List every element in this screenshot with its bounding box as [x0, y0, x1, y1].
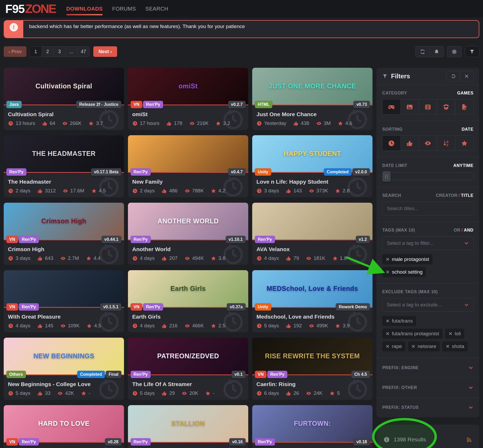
prefix-toggle[interactable]: PREFIX: OTHER	[382, 378, 473, 397]
tag-chip[interactable]: ✕rape	[382, 341, 405, 351]
game-card[interactable]: RISE REWRITE THE SYSTEM VNRen'Py Ch 4.5 …	[252, 338, 372, 400]
prefix-toggle[interactable]: PREFIX: ENGINE	[382, 358, 473, 378]
remove-tag-icon[interactable]: ✕	[386, 318, 389, 324]
game-card[interactable]: Ren'Py v0.4.7 New Family 2 days 486 788K…	[128, 135, 248, 197]
tags-mode-and[interactable]: AND	[464, 228, 473, 232]
game-card[interactable]: Crimson High VNRen'Py v0.44.1 Crimson Hi…	[4, 203, 124, 265]
game-card[interactable]: omiSt VNRen'Py v0.2.7 omiSt 17 hours 178…	[128, 68, 248, 130]
tags-mode-toggle[interactable]: OR/AND	[454, 228, 473, 233]
page-number[interactable]: 47	[77, 47, 89, 57]
category-option-film[interactable]	[419, 99, 437, 114]
tag-chip[interactable]: ✕futa/trans	[382, 316, 416, 326]
filter-button[interactable]	[465, 46, 479, 57]
tag-chip[interactable]: ✕futa/trans protagonist	[382, 329, 443, 339]
category-option-gamepad[interactable]	[383, 99, 401, 114]
page-number[interactable]: 3	[54, 47, 66, 57]
engine-badge[interactable]: Ren'Py	[131, 371, 151, 378]
engine-badge[interactable]: Ren'Py	[255, 438, 275, 446]
engine-badge[interactable]: VN	[6, 236, 18, 243]
game-card[interactable]: ANOTHER WORLD Ren'Py v1.10.1 Another Wor…	[128, 203, 248, 265]
search-mode-creator[interactable]: CREATOR	[436, 193, 458, 198]
f95zone-logo[interactable]: F95 ZONE	[5, 2, 56, 16]
remove-tag-icon[interactable]: ✕	[411, 344, 415, 349]
engine-badge[interactable]: VN	[6, 438, 18, 446]
remove-tag-icon[interactable]: ✕	[446, 344, 449, 349]
engine-badge[interactable]: Ren'Py	[131, 168, 151, 176]
engine-badge[interactable]: VN	[6, 303, 18, 311]
page-number[interactable]: 1	[30, 47, 42, 57]
search-mode-toggle[interactable]: CREATOR/TITLE	[436, 193, 473, 198]
game-card[interactable]: VNRen'Py v0.1.5.1 With Great Pleasure 4 …	[4, 270, 124, 332]
bell-button[interactable]	[430, 46, 444, 57]
engine-badge[interactable]: Ren'Py	[131, 236, 151, 243]
nav-item-downloads[interactable]: DOWNLOADS	[66, 0, 103, 17]
gear-button[interactable]	[447, 46, 461, 57]
engine-badge[interactable]: Unity	[255, 303, 271, 311]
engine-badge[interactable]: Java	[6, 101, 22, 108]
game-card[interactable]: STALLION Ren'Py v0.16	[128, 405, 248, 448]
engine-badge[interactable]: VN	[131, 101, 142, 108]
likes-icon	[37, 391, 43, 396]
game-card[interactable]: Earth Girls VNRen'Py v0.37a Earth Girls …	[128, 270, 248, 332]
game-card[interactable]: HAPPY STUDENT Unity Completedv2.0.0 Love…	[252, 135, 372, 197]
remove-tag-icon[interactable]: ✕	[386, 344, 389, 349]
remove-tag-icon[interactable]: ✕	[449, 331, 452, 337]
game-card[interactable]: NEW BEGINNINGS Others CompletedFinal New…	[4, 338, 124, 400]
engine-badge[interactable]: Ren'Py	[19, 236, 39, 243]
refresh-button[interactable]	[416, 46, 430, 57]
search-titles-input[interactable]	[382, 202, 473, 215]
remove-tag-icon[interactable]: ✕	[386, 269, 389, 275]
game-card[interactable]: MEDSchool, Love & Friends Unity Rework D…	[252, 270, 372, 332]
category-option-docedit[interactable]	[455, 99, 473, 114]
game-card[interactable]: JUST ONE MORE CHANCE HTML v0.73 Just One…	[252, 68, 372, 130]
game-card[interactable]: PATREON/ZEDVED Ren'Py v0.1 The Life Of A…	[128, 338, 248, 400]
nav-item-search[interactable]: SEARCH	[145, 0, 168, 17]
engine-badge[interactable]: Others	[6, 371, 26, 378]
tag-chip[interactable]: ✕male protagonist	[382, 254, 433, 264]
remove-tag-icon[interactable]: ✕	[386, 331, 389, 337]
game-card[interactable]: Ren'Py v1.2 AVA Velanox 4 days 79 181K 1…	[252, 203, 372, 265]
tag-chip[interactable]: ✕shota	[442, 341, 468, 351]
engine-badge[interactable]: Ren'Py	[255, 236, 275, 243]
remove-tag-icon[interactable]: ✕	[386, 257, 389, 262]
search-mode-title[interactable]: TITLE	[461, 193, 473, 198]
page-number[interactable]: 2	[42, 47, 54, 57]
rss-icon[interactable]	[466, 436, 472, 443]
slider-handle[interactable]	[382, 171, 391, 182]
engine-badge[interactable]: Ren'Py	[6, 168, 26, 176]
tags-mode-or[interactable]: OR	[454, 228, 460, 232]
engine-badge[interactable]: Ren'Py	[267, 371, 287, 378]
tag-exclude-select[interactable]: Select a tag to exclude...	[382, 298, 473, 312]
tag-chip[interactable]: ✕loli	[445, 329, 464, 339]
engine-badge[interactable]: Ren'Py	[143, 101, 163, 108]
engine-badge[interactable]: Ren'Py	[143, 303, 163, 311]
engine-badge[interactable]: Ren'Py	[19, 438, 39, 446]
engine-badge[interactable]: Ren'Py	[19, 303, 39, 311]
sorting-option-clock[interactable]	[383, 136, 401, 151]
next-page-button[interactable]: Next ›	[93, 46, 117, 57]
game-card[interactable]: Cultivation Spiral Java Release 2f - Jus…	[4, 68, 124, 130]
engine-badge[interactable]: VN	[131, 303, 142, 311]
prefix-toggle[interactable]: PREFIX: STATUS	[382, 398, 473, 417]
game-card[interactable]: FURTOWN: Ren'Py v0.18	[252, 405, 372, 448]
category-option-image[interactable]	[401, 99, 419, 114]
game-card[interactable]: HARD TO LOVE VNRen'Py v0.28	[4, 405, 124, 448]
sorting-option-thumb[interactable]	[401, 136, 419, 151]
date-limit-slider[interactable]	[382, 172, 473, 180]
engine-badge[interactable]: Unity	[255, 168, 271, 176]
engine-badge[interactable]: Ren'Py	[131, 438, 151, 446]
close-filters-button[interactable]	[460, 71, 473, 81]
category-option-box[interactable]	[437, 99, 455, 114]
tag-filter-select[interactable]: Select a tag to filter...	[382, 236, 473, 250]
prev-page-button[interactable]: ‹ Prev	[4, 46, 26, 57]
game-card[interactable]: THE HEADMASTER Ren'Py v0.17.1 Beta The H…	[4, 135, 124, 197]
tag-chip[interactable]: ✕netorare	[408, 341, 440, 351]
engine-badge[interactable]: HTML	[255, 101, 272, 108]
sorting-option-eye[interactable]	[419, 136, 437, 151]
sorting-option-star[interactable]	[455, 136, 473, 151]
engine-badge[interactable]: VN	[255, 371, 266, 378]
reset-filters-button[interactable]	[447, 71, 460, 81]
sorting-option-alphasort[interactable]: AZ	[437, 136, 455, 151]
nav-item-forums[interactable]: FORUMS	[112, 0, 136, 17]
tag-chip[interactable]: ✕school setting	[382, 267, 426, 277]
